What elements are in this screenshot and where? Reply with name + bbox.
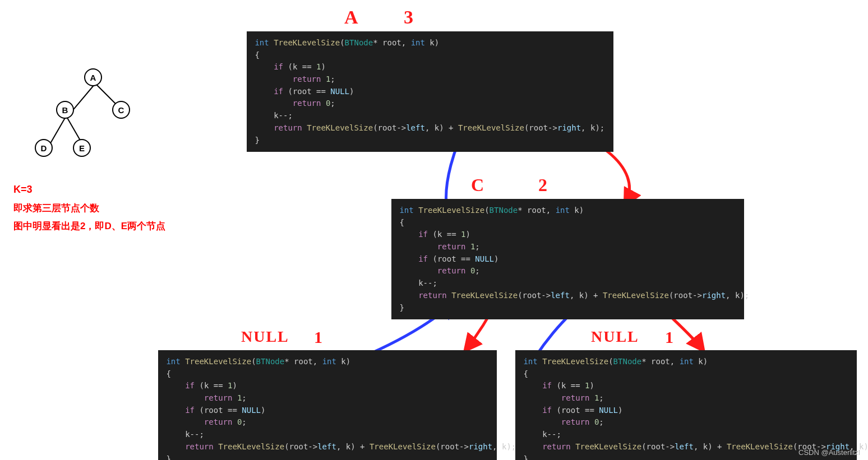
tree-node-D: D bbox=[35, 139, 53, 157]
hand-3: 3 bbox=[404, 7, 413, 28]
note-k: K=3 bbox=[13, 184, 33, 196]
hand-null-r: NULL bbox=[591, 328, 639, 346]
tree-edge bbox=[73, 83, 96, 109]
tree-node-C: C bbox=[112, 101, 130, 119]
hand-A: A bbox=[344, 7, 358, 28]
watermark: CSDN @Austerlitzl bbox=[798, 448, 860, 457]
note-line2: 图中明显看出是2，即D、E两个节点 bbox=[13, 220, 165, 233]
hand-1-r: 1 bbox=[665, 328, 673, 347]
diagram-stage: A B C D E K=3 即求第三层节点个数 图中明显看出是2，即D、E两个节… bbox=[0, 0, 868, 460]
hand-2-mid: 2 bbox=[538, 175, 547, 196]
codebox-bl: int TreeKLevelSize(BTNode* root, int k) … bbox=[158, 350, 497, 460]
tree-edge bbox=[49, 116, 67, 146]
codebox-mid: int TreeKLevelSize(BTNode* root, int k) … bbox=[391, 199, 744, 319]
tree-node-A: A bbox=[84, 68, 102, 86]
hand-1-l: 1 bbox=[314, 328, 322, 347]
tree-node-E: E bbox=[73, 139, 91, 157]
hand-null-l: NULL bbox=[241, 328, 289, 346]
note-line1: 即求第三层节点个数 bbox=[13, 202, 99, 215]
hand-C: C bbox=[471, 175, 484, 196]
codebox-br: int TreeKLevelSize(BTNode* root, int k) … bbox=[515, 350, 857, 460]
codebox-top: int TreeKLevelSize(BTNode* root, int k) … bbox=[247, 31, 613, 152]
tree-node-B: B bbox=[56, 101, 74, 119]
